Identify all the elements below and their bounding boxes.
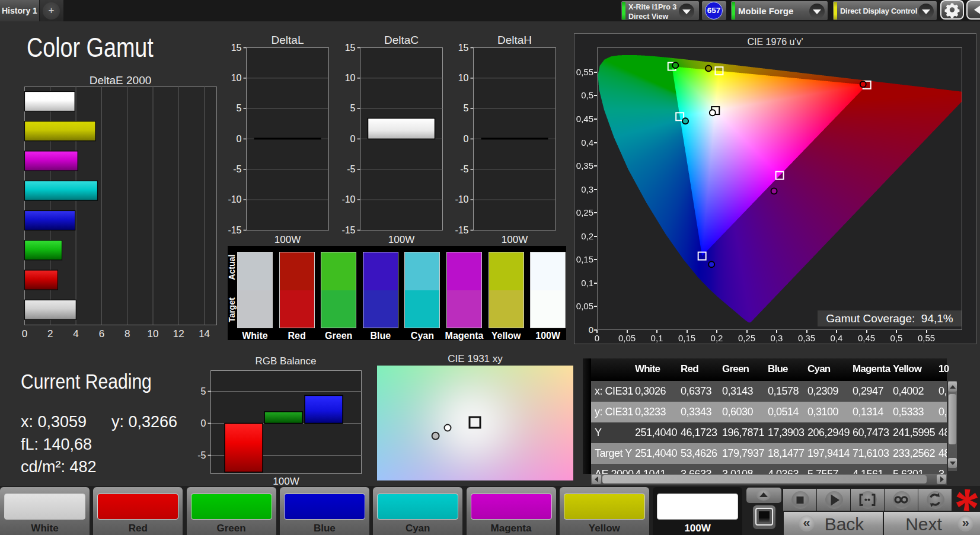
svg-text:-5: -5 — [347, 164, 355, 174]
svg-text:DeltaC: DeltaC — [384, 36, 419, 46]
svg-text:0: 0 — [201, 418, 206, 428]
svg-text:-5: -5 — [233, 164, 241, 174]
svg-text:100W: 100W — [502, 234, 528, 244]
svg-text:10: 10 — [148, 328, 159, 339]
svg-text:-5: -5 — [197, 450, 206, 460]
svg-text:8: 8 — [125, 328, 130, 339]
svg-text:5: 5 — [237, 103, 242, 113]
svg-text:4: 4 — [73, 328, 78, 339]
svg-text:5: 5 — [201, 386, 206, 396]
svg-text:0: 0 — [22, 328, 27, 339]
svg-text:100W: 100W — [273, 476, 299, 487]
svg-text:100W: 100W — [388, 234, 414, 244]
svg-text:-15: -15 — [228, 225, 241, 235]
svg-text:-5: -5 — [460, 164, 468, 174]
svg-text:DeltaL: DeltaL — [272, 36, 304, 46]
svg-text:-10: -10 — [228, 194, 241, 204]
svg-text:DeltaH: DeltaH — [497, 36, 532, 46]
svg-text:0: 0 — [464, 134, 469, 144]
svg-text:6: 6 — [99, 328, 104, 339]
svg-text:14: 14 — [199, 328, 210, 339]
svg-text:-10: -10 — [341, 194, 355, 204]
svg-text:0: 0 — [350, 134, 356, 144]
svg-text:-10: -10 — [455, 194, 468, 204]
svg-text:10: 10 — [458, 73, 469, 83]
svg-text:2: 2 — [47, 328, 53, 339]
svg-text:100W: 100W — [274, 234, 301, 244]
svg-text:5: 5 — [350, 103, 356, 113]
svg-text:-15: -15 — [455, 225, 468, 235]
svg-text:10: 10 — [345, 73, 356, 83]
svg-text:15: 15 — [458, 43, 469, 53]
svg-text:10: 10 — [231, 73, 242, 83]
svg-text:15: 15 — [231, 43, 242, 53]
svg-text:5: 5 — [464, 103, 469, 113]
svg-text:15: 15 — [345, 43, 356, 53]
svg-text:-15: -15 — [341, 225, 355, 235]
svg-text:12: 12 — [173, 328, 184, 339]
svg-text:0: 0 — [237, 134, 242, 144]
